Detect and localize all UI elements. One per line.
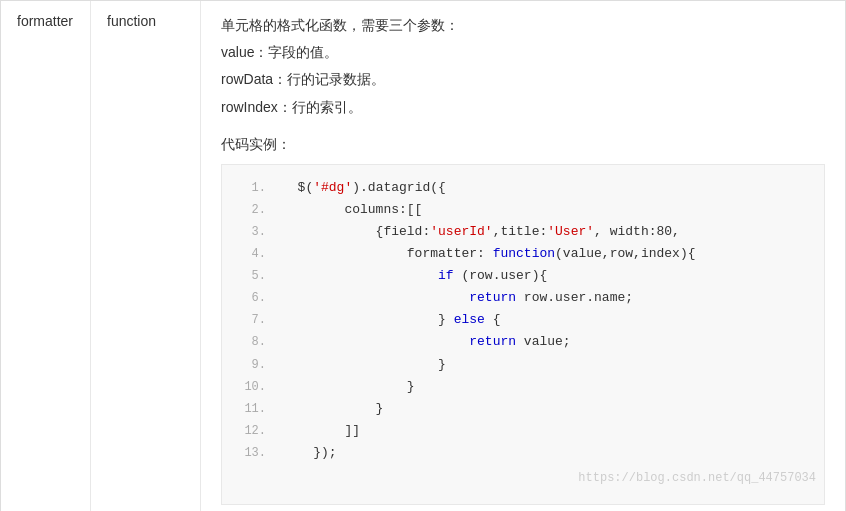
type-label: function (107, 13, 156, 29)
line-content-5: if (row.user){ (282, 265, 547, 287)
desc-line3: rowData：行的记录数据。 (221, 67, 825, 92)
cell-type: function (91, 1, 201, 511)
code-line-9: 9. } (222, 354, 824, 376)
code-line-4: 4. formatter: function(value,row,index){ (222, 243, 824, 265)
cell-description: 单元格的格式化函数，需要三个参数： value：字段的值。 rowData：行的… (201, 1, 845, 511)
line-num-5: 5. (234, 266, 266, 286)
line-content-9: } (282, 354, 446, 376)
line-num-9: 9. (234, 355, 266, 375)
code-line-2: 2. columns:[[ (222, 199, 824, 221)
watermark: https://blog.csdn.net/qq_44757034 (222, 464, 824, 492)
code-line-11: 11. } (222, 398, 824, 420)
line-content-6: return row.user.name; (282, 287, 633, 309)
code-line-1: 1. $('#dg').datagrid({ (222, 177, 824, 199)
code-line-3: 3. {field:'userId',title:'User', width:8… (222, 221, 824, 243)
line-num-13: 13. (234, 443, 266, 463)
line-content-7: } else { (282, 309, 500, 331)
formatter-label: formatter (17, 13, 73, 29)
desc-line1: 单元格的格式化函数，需要三个参数： (221, 13, 825, 38)
code-line-10: 10. } (222, 376, 824, 398)
line-num-11: 11. (234, 399, 266, 419)
line-content-10: } (282, 376, 415, 398)
main-table: formatter function 单元格的格式化函数，需要三个参数： val… (0, 0, 846, 511)
code-line-8: 8. return value; (222, 331, 824, 353)
line-num-12: 12. (234, 421, 266, 441)
line-num-2: 2. (234, 200, 266, 220)
code-block: 1. $('#dg').datagrid({ 2. columns:[[ 3. … (221, 164, 825, 506)
table-row: formatter function 单元格的格式化函数，需要三个参数： val… (1, 1, 845, 511)
line-num-10: 10. (234, 377, 266, 397)
code-example-label: 代码实例： (221, 136, 825, 154)
cell-formatter: formatter (1, 1, 91, 511)
line-num-4: 4. (234, 244, 266, 264)
code-line-13: 13. }); (222, 442, 824, 464)
code-line-7: 7. } else { (222, 309, 824, 331)
line-num-7: 7. (234, 310, 266, 330)
description-text: 单元格的格式化函数，需要三个参数： value：字段的值。 rowData：行的… (221, 13, 825, 120)
desc-line4: rowIndex：行的索引。 (221, 95, 825, 120)
line-content-1: $('#dg').datagrid({ (282, 177, 446, 199)
line-content-8: return value; (282, 331, 571, 353)
code-line-12: 12. ]] (222, 420, 824, 442)
line-content-4: formatter: function(value,row,index){ (282, 243, 696, 265)
line-num-8: 8. (234, 332, 266, 352)
line-content-11: } (282, 398, 383, 420)
line-num-3: 3. (234, 222, 266, 242)
line-content-12: ]] (282, 420, 360, 442)
line-content-13: }); (282, 442, 337, 464)
code-line-5: 5. if (row.user){ (222, 265, 824, 287)
desc-line2: value：字段的值。 (221, 40, 825, 65)
line-num-1: 1. (234, 178, 266, 198)
line-content-3: {field:'userId',title:'User', width:80, (282, 221, 680, 243)
code-line-6: 6. return row.user.name; (222, 287, 824, 309)
line-content-2: columns:[[ (282, 199, 422, 221)
line-num-6: 6. (234, 288, 266, 308)
